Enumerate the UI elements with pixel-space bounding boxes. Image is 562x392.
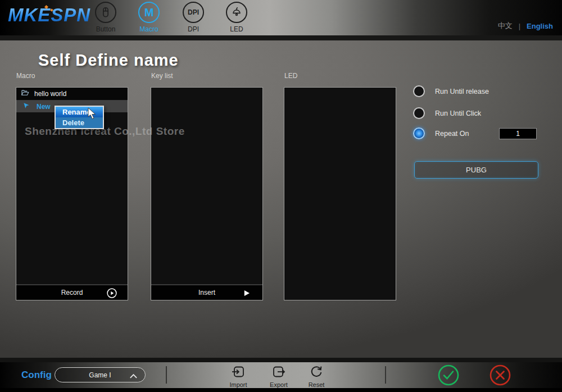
insert-button[interactable]: Insert xyxy=(151,284,262,300)
radio-run-until-release[interactable]: Run Until release xyxy=(413,85,489,97)
radio-circle[interactable] xyxy=(413,85,425,97)
radio-circle-selected[interactable] xyxy=(413,127,425,139)
import-icon xyxy=(231,371,246,381)
play-circle-icon xyxy=(106,288,117,299)
tab-button[interactable]: Button xyxy=(86,2,125,33)
screen-bottom-edge xyxy=(0,388,562,392)
macro-item-name: New xyxy=(37,103,51,111)
radio-run-until-release-label: Run Until release xyxy=(435,88,489,95)
key-list-panel: Insert xyxy=(151,87,263,300)
radio-repeat-on[interactable]: Repeat On xyxy=(413,127,469,139)
page-title: Self Define name xyxy=(38,51,179,70)
cancel-button[interactable] xyxy=(489,364,511,386)
app-window: MKESPN Button M Macro DPI xyxy=(0,0,562,392)
reset-label: Reset xyxy=(299,381,334,388)
dpi-text-icon: DPI xyxy=(183,2,204,23)
export-button[interactable]: Export xyxy=(261,364,296,388)
import-label: Import xyxy=(221,381,256,388)
radio-circle[interactable] xyxy=(413,107,425,119)
record-button-label: Record xyxy=(61,289,83,297)
language-divider: | xyxy=(519,22,520,30)
radio-repeat-on-label: Repeat On xyxy=(435,130,469,138)
macro-item-pointer-icon xyxy=(22,102,30,111)
main-content: Self Define name Macro Key list LED hell… xyxy=(0,40,562,358)
reset-icon xyxy=(309,371,324,381)
tab-led-label: LED xyxy=(217,25,256,33)
mouse-cursor-icon xyxy=(88,108,99,122)
macro-panel-label: Macro xyxy=(16,72,35,80)
store-watermark: Shenzhen Icreat Co.,Ltd Store xyxy=(25,125,185,138)
import-button[interactable]: Import xyxy=(221,364,256,388)
reset-button[interactable]: Reset xyxy=(299,364,334,388)
check-circle-icon xyxy=(437,364,460,386)
led-panel-label: LED xyxy=(284,72,297,80)
x-circle-icon xyxy=(489,364,511,386)
confirm-button[interactable] xyxy=(437,364,460,386)
play-triangle-icon xyxy=(241,288,252,299)
bottom-bar-divider xyxy=(385,366,386,384)
led-panel xyxy=(284,87,396,300)
macro-m-icon: M xyxy=(138,2,160,23)
tab-dpi[interactable]: DPI DPI xyxy=(174,2,213,33)
profile-select[interactable]: Game I xyxy=(55,367,146,382)
language-chinese[interactable]: 中文 xyxy=(498,21,513,31)
mouse-icon xyxy=(95,2,116,23)
language-switcher: 中文 | English xyxy=(498,21,553,31)
bottom-divider-strip xyxy=(0,358,562,362)
export-icon xyxy=(271,371,286,381)
tab-led[interactable]: LED xyxy=(217,2,256,33)
brand-logo: MKESPN xyxy=(8,4,92,30)
record-button[interactable]: Record xyxy=(16,284,128,300)
pubg-preset-button[interactable]: PUBG xyxy=(414,161,538,179)
tab-macro[interactable]: M Macro xyxy=(129,2,169,33)
macro-group-row[interactable]: hello world xyxy=(16,88,128,101)
macro-group-name: hello world xyxy=(34,90,66,98)
radio-run-until-click[interactable]: Run Until Click xyxy=(413,107,481,119)
language-english[interactable]: English xyxy=(527,22,553,30)
folder-icon xyxy=(21,89,29,99)
top-bar: MKESPN Button M Macro DPI xyxy=(0,0,562,35)
bottom-bar-divider xyxy=(166,366,167,384)
top-divider-strip xyxy=(0,35,562,40)
key-list-panel-label: Key list xyxy=(151,72,173,80)
brand-logo-text: MKESPN xyxy=(8,4,90,25)
led-lamp-icon xyxy=(226,2,247,23)
config-label: Config xyxy=(21,370,52,381)
profile-select-value: Game I xyxy=(89,371,111,379)
bottom-bar: Config Game I Import xyxy=(0,362,562,388)
tab-button-label: Button xyxy=(86,25,125,33)
radio-run-until-click-label: Run Until Click xyxy=(435,110,481,117)
repeat-count-input[interactable] xyxy=(499,128,537,139)
tab-dpi-label: DPI xyxy=(174,25,213,33)
tab-macro-label: Macro xyxy=(129,25,169,33)
chevron-up-icon xyxy=(129,373,138,381)
export-label: Export xyxy=(261,381,296,388)
insert-button-label: Insert xyxy=(198,289,215,297)
